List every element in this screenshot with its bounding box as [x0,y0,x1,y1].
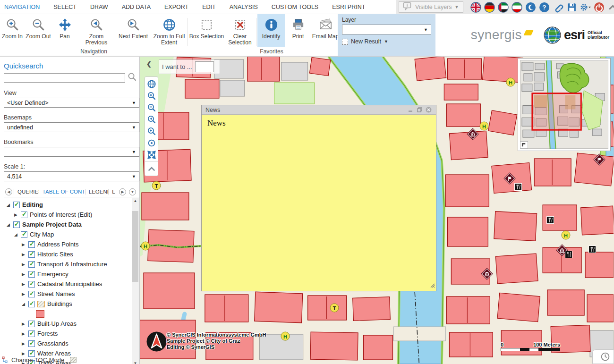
map-marker-halt[interactable]: H [506,78,515,87]
tabs-scroll-right-icon[interactable]: ▶ [119,188,126,195]
expand-node-icon[interactable]: ▶ [21,272,26,277]
tree-item[interactable]: ▶Built-Up Areas [4,319,139,329]
restore-icon[interactable] [416,107,423,113]
menu-item-export[interactable]: EXPORT [164,4,188,10]
germany-flag-icon[interactable] [484,1,495,13]
tree-item[interactable]: ▶Street Names [4,289,139,299]
tab-queries[interactable]: QUERIES [14,189,39,195]
full-extent-tool[interactable] [145,78,158,90]
collapse-node-icon[interactable]: ◢ [21,302,26,306]
expand-node-icon[interactable]: ▶ [21,242,26,247]
layer-checkbox[interactable] [28,321,35,327]
expand-node-icon[interactable]: ▶ [21,292,26,296]
layer-checkbox[interactable] [28,241,35,248]
collapse-tools-button[interactable] [145,163,158,175]
search-icon[interactable] [128,72,136,83]
uae-flag-icon[interactable] [498,1,509,13]
map-marker-tram[interactable]: T [152,181,161,190]
overview-collapse-icon[interactable] [520,141,528,149]
collapse-up-icon[interactable] [607,1,614,13]
map-marker-museum[interactable] [469,130,477,138]
view-select[interactable]: <User Defined>▼ [4,98,139,108]
center-map-tool[interactable] [145,137,158,149]
map-marker-halt[interactable]: H [281,332,290,341]
tabs-menu-icon[interactable]: ▼ [129,188,136,195]
save-icon[interactable] [566,1,578,13]
layer-checkbox[interactable] [28,281,35,288]
layer-select[interactable]: ▼ [342,25,431,34]
menu-item-edit[interactable]: EDIT [202,4,215,10]
layer-checkbox[interactable] [13,202,20,208]
layer-checkbox[interactable] [21,231,27,238]
menu-item-navigation[interactable]: NAVIGATION [4,4,40,10]
menu-item-add-data[interactable]: ADD DATA [122,4,151,10]
expand-extent-tool[interactable] [145,149,158,161]
settings-gear-icon[interactable] [580,1,591,13]
tab-table-of-content[interactable]: TABLE OF CONTENT [39,189,85,195]
tree-item[interactable]: ▶Grasslands [4,339,139,348]
visible-layers-dropdown[interactable]: Visible Layers ▼ [399,1,463,13]
crescent-icon[interactable] [525,1,537,13]
change-toc-mode-button[interactable]: Change TOC Mode [2,356,77,364]
tree-scrollbar[interactable]: ▲ ▼ [132,198,139,364]
overview-map[interactable] [518,58,611,151]
overview-map-canvas[interactable] [520,60,608,149]
uk-flag-icon[interactable] [470,1,482,13]
map-marker-halt[interactable]: H [480,122,489,131]
scale-select[interactable]: 4,514▼ [4,171,139,181]
quicksearch-input[interactable] [4,73,125,83]
zoom-in-button[interactable]: Zoom In [0,14,25,40]
tree-item[interactable]: ◢Editing [4,200,139,210]
new-result-button[interactable]: New Result ▼ [342,38,431,45]
layer-checkbox[interactable] [21,212,27,218]
menu-item-custom-tools[interactable]: CUSTOM TOOLS [272,4,318,10]
tab-legend[interactable]: LEGEND [85,189,109,195]
legend-swatch-row[interactable] [4,309,139,319]
expand-node-icon[interactable]: ▶ [13,212,18,217]
map-marker-restaurant[interactable] [588,245,596,253]
tree-item[interactable]: ◢Sample Project Data [4,220,139,229]
tree-item[interactable]: ▶Historic Sites [4,249,139,259]
close-icon[interactable] [425,107,432,113]
collapse-node-icon[interactable]: ◢ [6,222,11,227]
quicksearch-title[interactable]: Quicksearch [4,62,139,70]
expand-node-icon[interactable]: ▶ [21,351,26,356]
link-icon[interactable] [553,1,564,13]
expand-node-icon[interactable]: ▶ [21,252,26,257]
layer-checkbox[interactable] [28,291,35,297]
tree-item[interactable]: ▶Points of Interest (Edit) [4,210,139,220]
menu-item-select[interactable]: SELECT [53,4,77,10]
news-window-titlebar[interactable]: News [202,105,436,115]
layer-checkbox[interactable] [28,330,35,337]
zoom-previous-button[interactable]: Zoom Previous [77,14,115,46]
iran-flag-icon[interactable] [512,1,523,13]
layer-checkbox[interactable] [28,340,35,347]
layer-checkbox[interactable] [28,261,35,268]
tree-item[interactable]: ◢City Map [4,229,139,239]
zoom-out-tool[interactable] [145,102,158,113]
identify-button[interactable]: Identify [257,14,285,47]
zoom-previous-tool[interactable] [145,113,158,125]
map-marker-restaurant[interactable] [546,216,554,224]
extent-rectangle[interactable] [532,93,581,130]
scroll-up-icon[interactable]: ▲ [134,198,137,204]
map-marker-museum[interactable] [483,270,491,278]
tabs-scroll-left-icon[interactable]: ◀ [5,188,12,195]
map-marker-restaurant[interactable] [565,251,572,258]
expand-node-icon[interactable]: ▶ [21,341,26,346]
map-marker-halt[interactable]: H [141,242,150,251]
zoom-next-tool[interactable] [145,125,158,137]
collapse-node-icon[interactable]: ◢ [13,232,18,237]
minimize-icon[interactable] [407,107,414,113]
map-marker-flag[interactable] [596,156,603,163]
pan-button[interactable]: Pan [52,14,77,40]
map-marker-flag[interactable] [506,175,513,182]
history-clock-button[interactable] [592,349,614,364]
map-marker-tram[interactable]: T [330,304,339,313]
expand-node-icon[interactable]: ▶ [21,282,26,287]
box-selection-button[interactable]: Box Selection [189,14,224,40]
tree-item[interactable]: ◢Buildings [4,299,139,309]
layer-checkbox[interactable] [28,251,35,258]
clear-selection-button[interactable]: Clear Selection [224,14,256,46]
bookmarks-select[interactable]: ▼ [4,147,139,157]
